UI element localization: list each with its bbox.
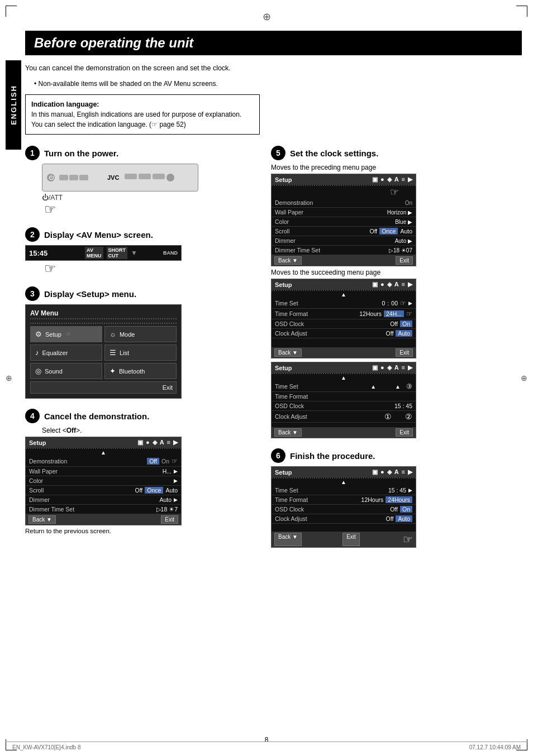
- setup-row-color: Color ▶: [26, 476, 181, 486]
- setup-time3-screen: Setup ▣ ● ◈ A ≡ ▶ ▲ Time Set: [271, 362, 416, 438]
- step-6-number: 6: [271, 448, 285, 463]
- wallpaper-val-text: H...: [163, 468, 172, 475]
- hand-up-icon: ☞: [390, 186, 399, 198]
- list-label: List: [120, 350, 129, 356]
- power-icon: ⏻: [47, 174, 55, 181]
- device-right-buttons: [125, 174, 174, 181]
- color-label: Color: [29, 477, 43, 484]
- st1-row-scroll: Scroll Off Once Auto: [272, 227, 416, 236]
- corner-tl: [6, 6, 17, 17]
- setup-header-icons: ▣ ● ◈ A ≡ ▶: [137, 439, 178, 446]
- step-5-title: Set the clock settings.: [290, 149, 378, 158]
- back-button[interactable]: Back ▼: [28, 515, 56, 524]
- t3-back[interactable]: Back ▼: [274, 428, 302, 437]
- language-sidebar: ENGLISH: [6, 60, 21, 150]
- setup-row-demo: Demonstration Off On ☞: [26, 456, 181, 467]
- corner-tr: [516, 6, 527, 17]
- step-2-header: 2 Display <AV Menu> screen.: [25, 227, 260, 242]
- crosshair-left: ⊕: [6, 374, 12, 382]
- st1-icons: ▣ ● ◈ A ≡ ▶: [372, 176, 412, 183]
- av-menu-item-equalizer[interactable]: ♪ Equalizer: [30, 344, 102, 361]
- indication-title: Indication language:: [31, 99, 254, 110]
- av-menu-item-sound[interactable]: ◎ Sound: [30, 363, 102, 379]
- hand-demo: ☞: [172, 457, 178, 465]
- av-menu-grid: ⚙ Setup ☞ ☼ Mode ♪ Equalizer: [30, 326, 177, 379]
- finish-back[interactable]: Back ▼: [274, 533, 302, 546]
- page-title: Before operating the unit: [34, 35, 513, 51]
- demo-on: On: [161, 458, 169, 465]
- step-4-subtext: Select <Off>.: [42, 427, 260, 434]
- av-menu-item-mode[interactable]: ☼ Mode: [104, 326, 177, 342]
- sound-label: Sound: [45, 368, 63, 375]
- t2-exit[interactable]: Exit: [396, 348, 413, 357]
- t3-exit[interactable]: Exit: [396, 428, 413, 437]
- sound-icon: ◎: [35, 367, 41, 375]
- setup-title: Setup: [29, 439, 46, 446]
- hand-gesture-2: ☞: [44, 261, 260, 276]
- hand-gesture-1: ☞: [44, 202, 260, 217]
- hand-on-setup: ☞: [66, 331, 71, 337]
- step-2: 2 Display <AV Menu> screen. 15:45 AVMENU…: [25, 227, 260, 276]
- av-menu-item-setup[interactable]: ⚙ Setup ☞: [30, 326, 102, 342]
- short-cut-btn: SHORTCUT: [107, 247, 128, 259]
- hand-finish: ☞: [403, 533, 413, 546]
- scroll-off: Off: [135, 487, 142, 494]
- two-column-layout: 1 Turn on the power. ⏻ JVC: [25, 146, 522, 558]
- step-6: 6 Finish the procedure. Setup ▣ ● ◈ A ≡ …: [271, 448, 522, 548]
- setup-time1-header: Setup ▣ ● ◈ A ≡ ▶: [272, 174, 416, 185]
- color-val: ▶: [174, 478, 178, 484]
- main-content: Before operating the unit You can cancel…: [25, 31, 522, 734]
- step-5-number: 5: [271, 146, 285, 160]
- device-btn-3: [79, 175, 88, 180]
- step-2-number: 2: [25, 227, 40, 242]
- dimmer-arrow: ▶: [174, 497, 178, 503]
- av-menu-item-bluetooth[interactable]: ✦ Bluetooth: [104, 363, 177, 379]
- st1-footer: Back ▼ Exit: [272, 255, 416, 266]
- down-arrow-icon: ▼: [131, 249, 137, 257]
- time-display: 15:45 AVMENU SHORTCUT ▼ BAND: [26, 246, 181, 260]
- av-menu-item-list[interactable]: ☰ List: [104, 344, 177, 361]
- mode-icon: ☼: [110, 330, 116, 338]
- crosshair-top: [261, 11, 272, 22]
- dimmer-auto: Auto: [159, 496, 172, 503]
- right-column: 5 Set the clock settings. Moves to the p…: [271, 146, 522, 558]
- st1-exit[interactable]: Exit: [396, 256, 413, 265]
- demo-label: Demonstration: [29, 458, 67, 465]
- scroll-once: Once: [145, 487, 163, 494]
- av-menu-exit[interactable]: Exit: [30, 381, 177, 394]
- setup-icon-4: A: [160, 439, 164, 446]
- hand-2: ②: [405, 412, 412, 421]
- wallpaper-arrow: ▶: [174, 468, 178, 474]
- step-1-header: 1 Turn on the power.: [25, 146, 260, 160]
- equalizer-icon: ♪: [35, 348, 39, 357]
- av-menu-btn: AVMENU: [85, 247, 103, 259]
- setup-row-dimmer: Dimmer Auto ▶: [26, 495, 181, 505]
- device-brand: JVC: [107, 174, 119, 181]
- setup-icon-3: ◈: [153, 439, 157, 446]
- band-label: BAND: [163, 250, 178, 256]
- step-4-title: Cancel the demonstration.: [44, 412, 149, 421]
- step-4-header: 4 Cancel the demonstration.: [25, 409, 260, 423]
- bottom-left-text: EN_KW-AVX710[E]4.indb 8: [12, 744, 80, 750]
- device-round-btn: [166, 174, 174, 181]
- step-4: 4 Cancel the demonstration. Select <Off>…: [25, 409, 260, 534]
- step-6-title: Finish the procedure.: [290, 451, 375, 461]
- step-1: 1 Turn on the power. ⏻ JVC: [25, 146, 260, 217]
- finish-exit[interactable]: Exit: [342, 533, 360, 546]
- st1-row-color: Color Blue ▶: [272, 217, 416, 227]
- device-btn-2: [69, 175, 78, 180]
- device-btn-1: [59, 175, 68, 180]
- t2-back[interactable]: Back ▼: [274, 348, 302, 357]
- indication-text: In this manual, English indications are …: [31, 109, 254, 130]
- t2-clockadj: Clock Adjust Off Auto: [272, 329, 416, 338]
- device-btn-wide-1: [125, 174, 137, 179]
- bluetooth-icon: ✦: [110, 367, 116, 375]
- dimmer-time-val-text: ▷18 ☀7: [156, 506, 178, 513]
- demo-off[interactable]: Off: [147, 458, 159, 465]
- hand-1: ①: [384, 412, 392, 421]
- setup-row-scroll: Scroll Off Once Auto: [26, 486, 181, 495]
- av-screen-mockup: 15:45 AVMENU SHORTCUT ▼ BAND: [25, 245, 182, 261]
- device-btn-wide-2: [139, 174, 151, 179]
- st1-back[interactable]: Back ▼: [274, 256, 302, 265]
- exit-button[interactable]: Exit: [161, 515, 178, 524]
